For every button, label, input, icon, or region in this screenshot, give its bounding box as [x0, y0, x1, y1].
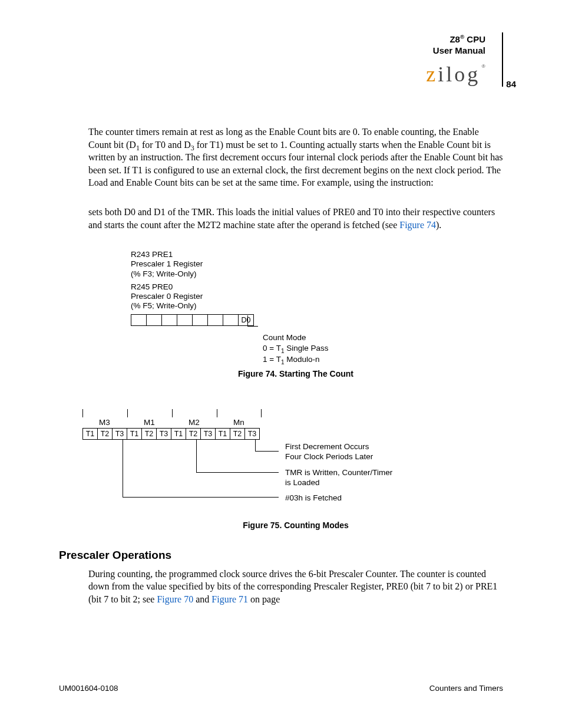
page-number: 84 — [506, 79, 516, 90]
figure-75-caption: Figure 75. Counting Modes — [88, 520, 503, 531]
m-label: M3 — [99, 417, 110, 428]
reg-pre1-desc: R243 PRE1 Prescaler 1 Register (% F3; Wr… — [131, 250, 378, 279]
m-label: M1 — [144, 417, 155, 428]
timing-diagram: M3 M1 M2 Mn T1 T2 T3 T1 T2 T3 T1 T2 T3 T… — [82, 409, 266, 440]
page-header: Z8® CPU User Manual zilog® 84 — [426, 32, 503, 87]
figure-75: M3 M1 M2 Mn T1 T2 T3 T1 T2 T3 T1 T2 T3 T… — [82, 409, 503, 509]
note-tmr-written: TMR is Written, Counter/Timer is Loaded — [285, 468, 438, 488]
paragraph-2: sets both D0 and D1 of the TMR. This loa… — [88, 206, 503, 231]
paragraph-1: The counter timers remain at rest as lon… — [88, 126, 503, 189]
page-footer: UM001604-0108 Counters and Timers — [59, 683, 503, 694]
body-content: The counter timers remain at rest as lon… — [88, 126, 503, 605]
note-first-decrement: First Decrement Occurs Four Clock Period… — [285, 442, 438, 462]
count-mode-desc: Count Mode 0 = T1 Single Pass 1 = T1 Mod… — [263, 332, 329, 365]
figure-71-link[interactable]: Figure 71 — [211, 594, 248, 604]
manual-subtitle: User Manual — [426, 45, 485, 57]
reg-pre0-desc: R245 PRE0 Prescaler 0 Register (% F5; Wr… — [131, 282, 378, 311]
m-label: M2 — [189, 417, 200, 428]
doc-number: UM001604-0108 — [59, 683, 118, 694]
zilog-logo: zilog® — [426, 64, 485, 85]
figure-74-caption: Figure 74. Starting The Count — [88, 368, 503, 380]
product-title: Z8® CPU — [426, 34, 485, 45]
figure-74: R243 PRE1 Prescaler 1 Register (% F3; Wr… — [131, 250, 378, 326]
paragraph-3: During counting, the programmed clock so… — [88, 568, 503, 606]
section-heading-prescaler: Prescaler Operations — [59, 548, 503, 563]
chapter-name: Counters and Timers — [429, 683, 503, 694]
figure-74-link[interactable]: Figure 74 — [399, 220, 436, 230]
figure-70-link[interactable]: Figure 70 — [157, 594, 193, 604]
note-fetched: #03h is Fetched — [285, 493, 438, 503]
m-label: Mn — [233, 417, 244, 428]
